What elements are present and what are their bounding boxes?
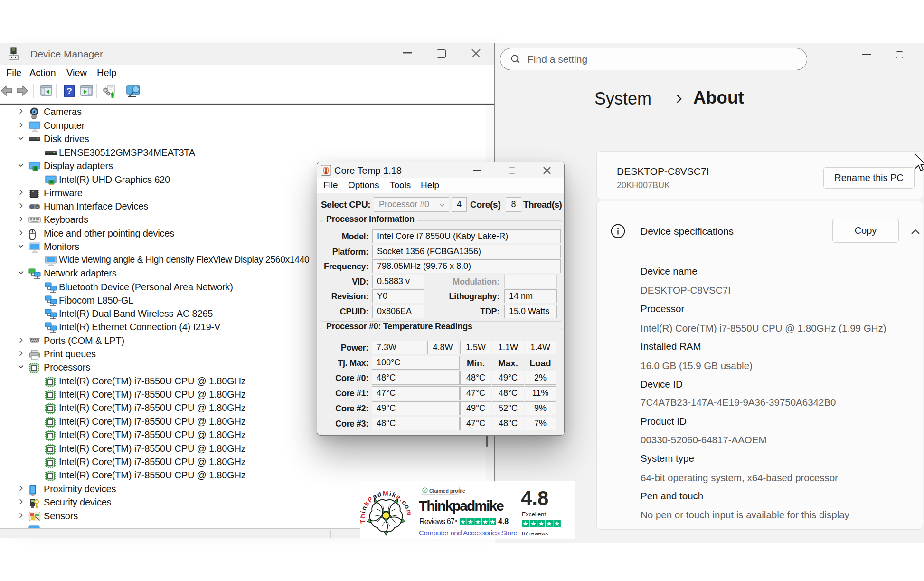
svg-text:?: ? [66, 86, 72, 96]
